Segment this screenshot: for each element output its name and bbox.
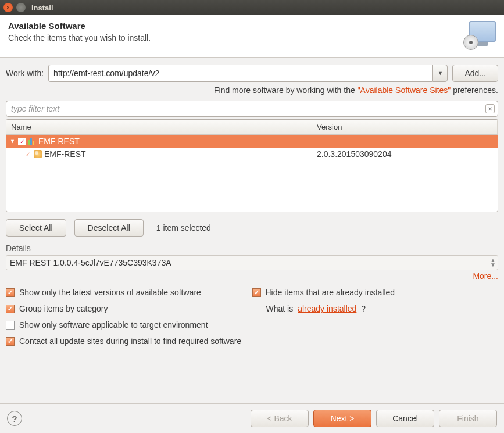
tree-header: Name Version [6, 120, 498, 135]
options-grid: ✓ Show only the latest versions of avail… [6, 288, 498, 346]
feature-icon [34, 150, 42, 158]
opt-hide-installed[interactable]: ✓ Hide items that are already installed [252, 288, 499, 297]
software-tree: Name Version ▼ ✓ EMF REST ✓ EMF-REST 2 [6, 119, 498, 212]
details-box: ▲▼ [6, 255, 498, 270]
expand-toggle-icon[interactable]: ▼ [10, 138, 16, 144]
already-installed-link[interactable]: already installed [298, 304, 356, 313]
category-checkbox[interactable]: ✓ [18, 138, 26, 145]
details-label: Details [6, 244, 498, 253]
checkbox-icon[interactable] [6, 321, 15, 330]
next-button[interactable]: Next > [313, 410, 371, 427]
cancel-button[interactable]: Cancel [376, 410, 434, 427]
minimize-icon[interactable]: – [16, 3, 26, 12]
details-text [6, 255, 498, 270]
dialog-header: Available Software Check the items that … [0, 15, 504, 58]
work-with-label: Work with: [6, 69, 44, 78]
checkbox-icon[interactable]: ✓ [6, 337, 15, 346]
window-title: Install [31, 3, 53, 12]
work-with-input[interactable] [48, 65, 432, 82]
feature-label: EMF-REST [44, 149, 86, 159]
window-titlebar: × – Install [0, 0, 504, 15]
install-wizard-icon [463, 21, 496, 50]
filter-input[interactable] [6, 101, 498, 117]
filter-field: ✕ [6, 101, 498, 117]
feature-version: 2.0.3.201503090204 [312, 149, 498, 159]
add-button[interactable]: Add... [452, 65, 498, 82]
details-spinner-icon[interactable]: ▲▼ [490, 258, 496, 267]
work-with-dropdown-button[interactable]: ▼ [432, 65, 448, 82]
opt-contact-sites[interactable]: ✓ Contact all update sites during instal… [6, 337, 498, 346]
details-more-link[interactable]: More... [473, 271, 498, 281]
column-name[interactable]: Name [6, 120, 312, 134]
work-with-combo[interactable]: ▼ [48, 65, 448, 82]
work-with-row: Work with: ▼ Add... [6, 65, 498, 82]
select-all-button[interactable]: Select All [6, 219, 66, 237]
what-installed-text: What is already installed? [252, 304, 499, 313]
category-icon [28, 138, 36, 145]
finish-button[interactable]: Finish [439, 410, 497, 427]
page-subtitle: Check the items that you wish to install… [8, 33, 151, 42]
sites-help-text: Find more software by working with the "… [6, 85, 498, 95]
feature-row[interactable]: ✓ EMF-REST 2.0.3.201503090204 [6, 148, 498, 160]
chevron-down-icon: ▼ [438, 70, 443, 76]
help-button[interactable]: ? [7, 411, 22, 426]
category-row[interactable]: ▼ ✓ EMF REST [6, 135, 498, 148]
opt-latest[interactable]: ✓ Show only the latest versions of avail… [6, 288, 252, 297]
dialog-footer: ? < Back Next > Cancel Finish [0, 403, 504, 433]
opt-group-category[interactable]: ✓ Group items by category [6, 304, 252, 313]
clear-filter-icon[interactable]: ✕ [485, 104, 495, 113]
selection-count: 1 item selected [156, 223, 211, 232]
column-version[interactable]: Version [312, 120, 498, 134]
category-label: EMF REST [38, 137, 80, 146]
checkbox-icon[interactable]: ✓ [6, 288, 15, 297]
checkbox-icon[interactable]: ✓ [6, 305, 15, 313]
close-icon[interactable]: × [3, 3, 13, 12]
page-title: Available Software [8, 21, 151, 31]
checkbox-icon[interactable]: ✓ [252, 288, 261, 297]
back-button[interactable]: < Back [251, 410, 309, 427]
selection-controls: Select All Deselect All 1 item selected [6, 219, 498, 237]
feature-checkbox[interactable]: ✓ [24, 151, 31, 158]
opt-target-env[interactable]: Show only software applicable to target … [6, 320, 252, 330]
deselect-all-button[interactable]: Deselect All [74, 219, 144, 237]
available-sites-link[interactable]: "Available Software Sites" [358, 85, 451, 95]
